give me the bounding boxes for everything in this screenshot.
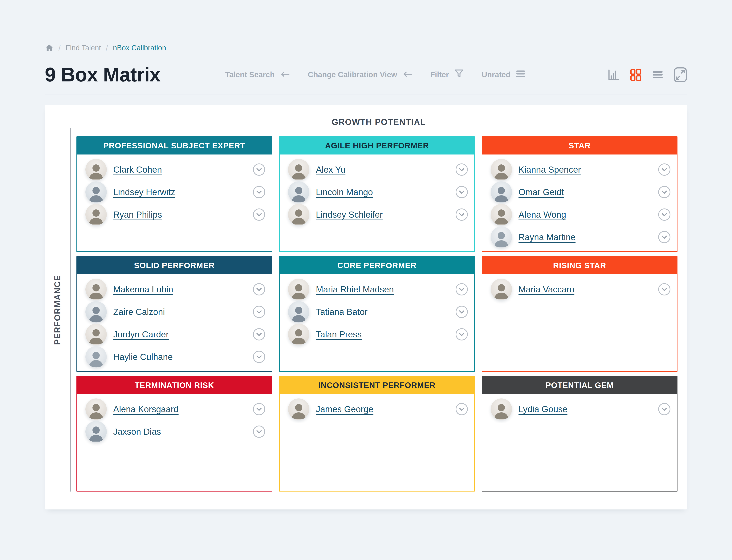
avatar <box>288 398 310 420</box>
avatar <box>491 226 512 248</box>
person-name-link[interactable]: Zaire Calzoni <box>113 307 165 317</box>
funnel-icon <box>455 69 463 80</box>
chevron-down-icon[interactable] <box>253 426 265 438</box>
cell-star: STAR Kianna Spencer Omar Geidt <box>482 136 677 252</box>
breadcrumb-item-nbox-calibration[interactable]: nBox Calibration <box>113 44 166 52</box>
person-row: Jaxson Dias <box>85 420 265 443</box>
cell-body: Maria Rhiel Madsen Tatiana Bator Talan P… <box>280 274 474 349</box>
bar-chart-icon[interactable] <box>607 69 619 81</box>
chevron-down-icon[interactable] <box>253 328 265 340</box>
person-name-link[interactable]: Clark Cohen <box>113 164 162 175</box>
person-name-link[interactable]: Omar Geidt <box>518 187 564 197</box>
chevron-down-icon[interactable] <box>658 231 670 243</box>
person-name-link[interactable]: Lincoln Mango <box>316 187 373 197</box>
grid-icon[interactable] <box>630 68 642 81</box>
person-name-link[interactable]: Rayna Martine <box>518 232 575 242</box>
person-name-link[interactable]: Kianna Spencer <box>518 164 581 175</box>
cell-header: TERMINATION RISK <box>77 377 272 394</box>
breadcrumb-separator: / <box>106 44 108 52</box>
chevron-down-icon[interactable] <box>658 208 670 221</box>
person-name-link[interactable]: Maria Rhiel Madsen <box>316 284 394 294</box>
view-toggles <box>607 67 687 83</box>
page: / Find Talent / nBox Calibration 9 Box M… <box>0 0 732 509</box>
chevron-down-icon[interactable] <box>455 283 468 295</box>
person-name-link[interactable]: James George <box>316 404 373 414</box>
chevron-down-icon[interactable] <box>658 186 670 198</box>
chevron-down-icon[interactable] <box>253 186 265 198</box>
person-name-link[interactable]: Haylie Culhane <box>113 352 173 362</box>
person-row: Omar Geidt <box>491 181 670 203</box>
hamburger-icon[interactable] <box>652 70 663 79</box>
chevron-down-icon[interactable] <box>253 351 265 363</box>
breadcrumb: / Find Talent / nBox Calibration <box>45 0 687 52</box>
filter-button[interactable]: Filter <box>430 69 463 80</box>
change-calibration-view-button[interactable]: Change Calibration View <box>308 70 412 79</box>
unrated-label: Unrated <box>482 70 510 79</box>
expand-icon[interactable] <box>673 67 687 83</box>
breadcrumb-separator: / <box>59 44 61 52</box>
chevron-down-icon[interactable] <box>253 403 265 415</box>
cell-potential-gem: POTENTIAL GEM Lydia Gouse <box>482 376 677 492</box>
person-name-link[interactable]: Lydia Gouse <box>518 404 567 414</box>
avatar <box>288 324 310 345</box>
avatar <box>85 398 107 420</box>
avatar <box>85 181 107 203</box>
chevron-down-icon[interactable] <box>455 306 468 318</box>
chevron-down-icon[interactable] <box>658 283 670 295</box>
unrated-button[interactable]: Unrated <box>482 70 525 79</box>
person-name-link[interactable]: Tatiana Bator <box>316 307 367 317</box>
talent-search-button[interactable]: Talent Search <box>225 70 290 79</box>
cell-body: Lydia Gouse <box>482 394 677 423</box>
person-name-link[interactable]: Jaxson Dias <box>113 426 161 437</box>
talent-search-label: Talent Search <box>225 70 275 79</box>
person-name-link[interactable]: Lindsey Schleifer <box>316 209 382 220</box>
breadcrumb-item-find-talent[interactable]: Find Talent <box>66 44 101 52</box>
cell-header: STAR <box>482 137 677 154</box>
person-row: Maria Rhiel Madsen <box>288 278 468 301</box>
chevron-down-icon[interactable] <box>455 208 468 221</box>
person-name-link[interactable]: Alena Korsgaard <box>113 404 179 414</box>
person-name-link[interactable]: Lindsey Herwitz <box>113 187 175 197</box>
person-row: Clark Cohen <box>85 158 265 181</box>
cell-header: PROFESSIONAL SUBJECT EXPERT <box>77 137 272 154</box>
person-row: Lydia Gouse <box>491 398 670 420</box>
person-row: Rayna Martine <box>491 226 670 248</box>
chevron-down-icon[interactable] <box>455 328 468 340</box>
chevron-down-icon[interactable] <box>455 163 468 176</box>
chevron-down-icon[interactable] <box>455 403 468 415</box>
person-row: Lindsey Schleifer <box>288 203 468 226</box>
cell-core-performer: CORE PERFORMER Maria Rhiel Madsen Tatian… <box>279 256 475 372</box>
cell-inconsistent-performer: INCONSISTENT PERFORMER James George <box>279 376 475 492</box>
person-row: Alex Yu <box>288 158 468 181</box>
person-row: Jordyn Carder <box>85 323 265 346</box>
cell-solid-performer: SOLID PERFORMER Makenna Lubin Zaire Calz… <box>76 256 272 372</box>
cell-body: Alex Yu Lincoln Mango Lindsey Schleifer <box>280 154 474 229</box>
chevron-down-icon[interactable] <box>253 208 265 221</box>
cell-header: RISING STAR <box>482 257 677 274</box>
person-name-link[interactable]: Makenna Lubin <box>113 284 173 294</box>
avatar <box>85 159 107 180</box>
page-header: 9 Box Matrix Talent Search Change Calibr… <box>45 63 687 86</box>
cell-body: Maria Vaccaro <box>482 274 677 304</box>
cell-body: Kianna Spencer Omar Geidt Alena Wong <box>482 154 677 251</box>
nine-box-matrix-card: GROWTH POTENTIAL PERFORMANCE PROFESSIONA… <box>45 105 687 509</box>
person-name-link[interactable]: Alena Wong <box>518 209 566 220</box>
person-name-link[interactable]: Talan Press <box>316 329 362 340</box>
matrix-axes: PERFORMANCE PROFESSIONAL SUBJECT EXPERT … <box>70 128 677 492</box>
chevron-down-icon[interactable] <box>658 403 670 415</box>
chevron-down-icon[interactable] <box>253 163 265 176</box>
cell-professional-subject-expert: PROFESSIONAL SUBJECT EXPERT Clark Cohen … <box>76 136 272 252</box>
avatar <box>85 204 107 225</box>
change-calibration-view-label: Change Calibration View <box>308 70 397 79</box>
avatar <box>288 301 310 323</box>
home-icon[interactable] <box>45 43 54 52</box>
chevron-down-icon[interactable] <box>253 283 265 295</box>
person-name-link[interactable]: Ryan Philips <box>113 209 162 220</box>
person-name-link[interactable]: Alex Yu <box>316 164 346 175</box>
person-name-link[interactable]: Jordyn Carder <box>113 329 169 340</box>
chevron-down-icon[interactable] <box>253 306 265 318</box>
matrix-grid: PROFESSIONAL SUBJECT EXPERT Clark Cohen … <box>76 136 677 492</box>
person-name-link[interactable]: Maria Vaccaro <box>518 284 574 294</box>
chevron-down-icon[interactable] <box>658 163 670 176</box>
chevron-down-icon[interactable] <box>455 186 468 198</box>
